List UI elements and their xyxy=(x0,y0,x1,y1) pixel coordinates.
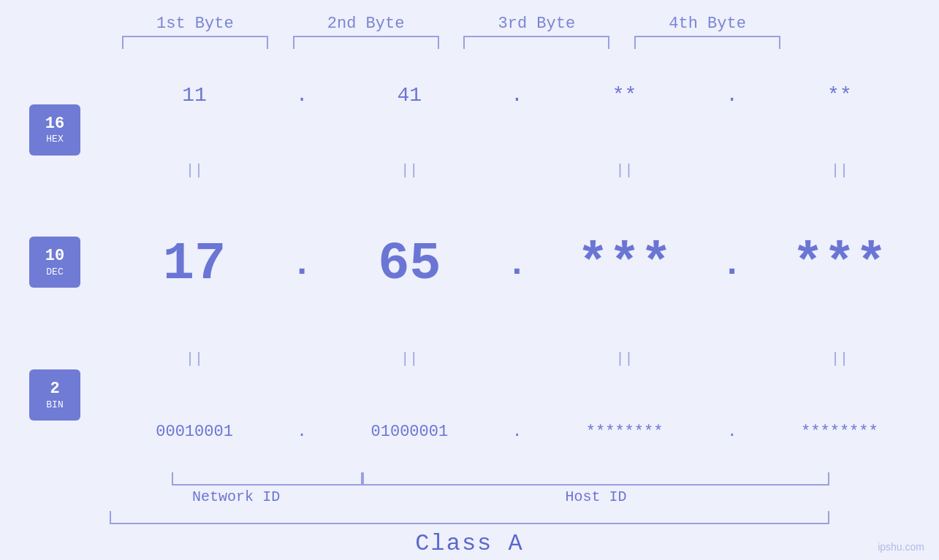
hex-badge: 16 HEX xyxy=(29,104,80,156)
dec-badge-number: 10 xyxy=(45,247,64,266)
dec-val1: 17 xyxy=(121,234,267,294)
dec-badge-type: DEC xyxy=(46,266,63,278)
hex-badge-type: HEX xyxy=(46,134,63,145)
dec-row: 17 . 65 . *** . *** xyxy=(110,234,924,294)
bin-val3: ******** xyxy=(552,423,698,441)
bracket-byte2 xyxy=(293,36,439,49)
hex-val4: ** xyxy=(767,84,913,107)
byte2-label: 2nd Byte xyxy=(293,15,439,33)
bin-row: 00010001 . 01000001 . ******** . *******… xyxy=(110,423,924,441)
equals-row-1: || || || || xyxy=(110,162,924,179)
class-bracket xyxy=(110,511,829,524)
eq2-4: || xyxy=(767,350,913,367)
hex-row: 11 . 41 . ** . ** xyxy=(110,84,924,107)
bin-badge: 2 BIN xyxy=(29,369,80,421)
bin-val1: 00010001 xyxy=(121,423,267,441)
values-grid: 11 . 41 . ** . ** || || || || 17 xyxy=(110,56,939,469)
dec-val4: *** xyxy=(767,234,913,294)
hex-dot2: . xyxy=(506,84,528,107)
dec-dot3: . xyxy=(721,245,743,284)
bin-dot1: . xyxy=(291,423,313,441)
bin-dot3: . xyxy=(721,423,743,441)
bin-badge-type: BIN xyxy=(46,399,63,411)
byte4-label: 4th Byte xyxy=(634,15,780,33)
eq1-3: || xyxy=(552,162,698,179)
eq2-2: || xyxy=(336,350,482,367)
watermark: ipshu.com xyxy=(878,541,924,553)
class-label: Class A xyxy=(415,530,523,557)
hex-badge-number: 16 xyxy=(45,115,64,134)
bottom-section: Network ID Host ID xyxy=(0,472,939,505)
main-content: 16 HEX 10 DEC 2 BIN 11 . 41 . ** . ** xyxy=(0,56,939,469)
bin-dot2: . xyxy=(506,423,528,441)
hex-val3: ** xyxy=(552,84,698,107)
host-id-label: Host ID xyxy=(362,488,829,505)
eq2-1: || xyxy=(121,350,267,367)
bracket-byte4 xyxy=(634,36,780,49)
bin-val4: ******** xyxy=(767,423,913,441)
top-brackets xyxy=(0,36,939,49)
network-bracket xyxy=(172,472,362,486)
hex-val1: 11 xyxy=(121,84,267,107)
byte3-label: 3rd Byte xyxy=(463,15,609,33)
class-label-row: Class A xyxy=(110,524,829,560)
bottom-labels: Network ID Host ID xyxy=(110,488,829,505)
badge-column: 16 HEX 10 DEC 2 BIN xyxy=(0,56,110,469)
hex-dot1: . xyxy=(291,84,313,107)
host-bracket xyxy=(362,472,829,486)
dec-val2: 65 xyxy=(336,234,482,294)
byte-headers: 1st Byte 2nd Byte 3rd Byte 4th Byte xyxy=(0,15,939,33)
class-bar: Class A xyxy=(0,511,939,560)
bin-val2: 01000001 xyxy=(336,423,482,441)
eq1-2: || xyxy=(336,162,482,179)
page-wrapper: 1st Byte 2nd Byte 3rd Byte 4th Byte 16 H… xyxy=(0,0,939,560)
eq2-3: || xyxy=(552,350,698,367)
eq1-4: || xyxy=(767,162,913,179)
byte1-label: 1st Byte xyxy=(122,15,268,33)
dec-dot1: . xyxy=(291,245,313,284)
hex-val2: 41 xyxy=(336,84,482,107)
dec-dot2: . xyxy=(506,245,528,284)
eq1-1: || xyxy=(121,162,267,179)
equals-row-2: || || || || xyxy=(110,350,924,367)
bin-badge-number: 2 xyxy=(50,380,59,399)
bottom-brackets xyxy=(110,472,829,486)
dec-val3: *** xyxy=(552,234,698,294)
dec-badge: 10 DEC xyxy=(29,237,80,288)
bracket-byte3 xyxy=(463,36,609,49)
bracket-byte1 xyxy=(122,36,268,49)
hex-dot3: . xyxy=(721,84,743,107)
network-id-label: Network ID xyxy=(110,488,362,505)
